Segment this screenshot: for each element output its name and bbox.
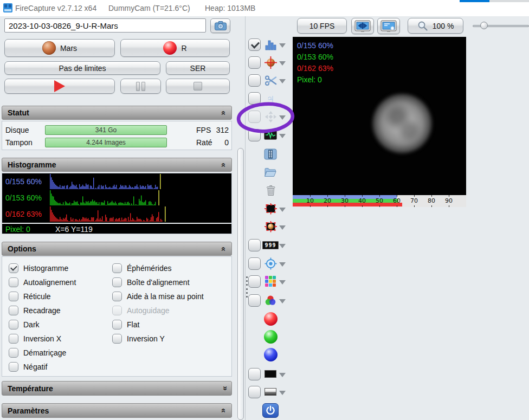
options-panel-header[interactable]: Options « [2,242,232,256]
toolbar-cut[interactable] [247,72,292,89]
limits-button[interactable]: Pas de limites [4,61,160,75]
fit-screen-button[interactable] [351,18,374,34]
option-autoalignement-checkbox[interactable] [9,277,18,287]
toolbar-histogram-dropdown-icon[interactable] [279,43,286,51]
toolbar-power[interactable] [247,402,292,419]
heap-info: Heap: 1013MB [205,4,255,12]
option-inversion-x[interactable]: Inversion X [9,333,76,344]
toolbar-autoalign[interactable] [247,54,292,71]
toolbar-dark[interactable] [247,365,292,383]
toolbar-capture-video[interactable] [247,145,292,163]
toolbar-cut-dropdown-icon[interactable] [279,79,286,87]
toolbar-move-checkbox[interactable] [248,111,261,123]
option-negatif[interactable]: Négatif [9,361,76,372]
toolbar-counter-checkbox[interactable] [248,239,261,251]
toolbar-rgb-dropdown-icon[interactable] [279,299,286,307]
toolbar-signal[interactable] [247,126,292,144]
format-button[interactable]: SER [166,61,230,75]
toolbar-flat-dropdown-icon[interactable] [279,391,286,398]
option-dark-checkbox[interactable] [9,320,18,329]
toolbar-autoalign-checkbox[interactable] [248,56,261,69]
fps-limit-button[interactable]: 10 FPS [297,18,347,34]
toolbar-counter[interactable]: 999 [247,236,292,254]
toolbar-target-checkbox[interactable] [248,257,261,270]
overlay-line: 0/155 60% [297,40,333,51]
option-aide-a-la-mise-au-point[interactable]: Aide à la mise au point [112,291,204,301]
option-flat-checkbox[interactable] [112,320,122,329]
toolbar-dark-checkbox[interactable] [248,368,261,380]
toolbar-jupiter[interactable]: ♃ [247,89,292,107]
record-button[interactable] [4,79,115,94]
option-dematricage[interactable]: Dématriçage [9,347,76,358]
toolbar-blue-channel[interactable] [247,346,292,363]
preview-image[interactable]: 0/155 60%0/153 60%0/162 63%Pixel: 0 [293,37,466,195]
histogram-panel-header[interactable]: Histogramme « [2,158,232,172]
toolbar-move[interactable] [247,108,292,125]
parameters-panel-header[interactable]: Paramètres « [2,403,232,418]
toolbar-flat-checkbox[interactable] [248,386,261,398]
option-flat[interactable]: Flat [112,319,204,329]
toolbar-palette-dropdown-icon[interactable] [279,280,286,288]
toolbar-roi-planet-dropdown-icon[interactable] [279,225,286,233]
toolbar-move-dropdown-icon[interactable] [279,115,286,123]
scale-tick-label: 40 [358,197,366,204]
toolbar-histogram[interactable] [247,36,292,53]
temperature-panel-header[interactable]: Température « [2,381,232,396]
toolbar-dark-dropdown-icon[interactable] [279,373,286,380]
option-recadrage-checkbox[interactable] [9,306,18,315]
palette-icon [265,276,276,287]
option-autoguidage[interactable]: Autoguidage [112,305,204,315]
toolbar-roi[interactable] [247,200,292,217]
option-ephemerides-checkbox[interactable] [112,263,122,273]
display-settings-button[interactable] [377,18,400,34]
status-panel-header[interactable]: Statut « [2,106,232,120]
toolbar-palette-checkbox[interactable] [248,275,261,288]
toolbar-roi-dropdown-icon[interactable] [279,208,286,215]
toolbar-cut-checkbox[interactable] [248,74,261,87]
option-recadrage[interactable]: Recadrage [9,305,76,315]
toolbar-roi-planet[interactable] [247,218,292,235]
toolbar-signal-dropdown-icon[interactable] [279,134,286,141]
option-autoguidage-checkbox[interactable] [112,306,122,315]
option-dark[interactable]: Dark [9,319,76,329]
rgb-icon [264,294,277,307]
toolbar-palette[interactable] [247,273,292,290]
capture-settings-button[interactable] [210,18,230,33]
toolbar-signal-checkbox[interactable] [248,129,261,141]
option-dematricage-checkbox[interactable] [9,348,18,358]
toolbar-delete[interactable] [247,182,292,199]
toolbar-flat[interactable] [247,383,292,400]
left-panel-scrollbar[interactable] [237,148,244,420]
filter-button[interactable]: R [120,39,230,57]
option-boite-d-alignement[interactable]: Boîte d'alignement [112,277,204,287]
toolbar-rgb[interactable] [247,292,292,309]
toolbar-jupiter-checkbox[interactable] [248,92,261,105]
zoom-button[interactable]: 100 % [408,18,463,34]
option-inversion-x-checkbox[interactable] [9,334,18,344]
option-inversion-y-checkbox[interactable] [112,334,122,344]
toolbar-histogram-checkbox[interactable] [248,38,261,51]
toolbar-open-folder[interactable] [247,163,292,180]
option-aide-a-la-mise-au-point-checkbox[interactable] [112,292,122,301]
option-reticule-checkbox[interactable] [9,292,18,301]
option-reticule[interactable]: Réticule [9,291,76,301]
filename-input[interactable] [4,18,206,33]
gamma-slider-knob[interactable] [480,22,488,29]
option-negatif-checkbox[interactable] [9,362,18,372]
option-inversion-y[interactable]: Inversion Y [112,333,204,344]
target-button[interactable]: Mars [4,39,115,57]
option-histogramme-checkbox[interactable] [9,263,18,273]
toolbar-target-dropdown-icon[interactable] [279,262,286,270]
stop-button[interactable] [166,79,230,94]
toolbar-autoalign-dropdown-icon[interactable] [279,61,286,69]
toolbar-counter-dropdown-icon[interactable] [279,244,286,251]
toolbar-red-channel[interactable] [247,310,292,327]
toolbar-target[interactable] [247,255,292,272]
toolbar-green-channel[interactable] [247,328,292,345]
option-autoalignement[interactable]: Autoalignement [9,277,76,287]
toolbar-rgb-checkbox[interactable] [248,294,261,307]
option-boite-d-alignement-checkbox[interactable] [112,277,122,287]
pause-button[interactable] [120,79,161,94]
option-histogramme[interactable]: Histogramme [9,263,76,273]
option-ephemerides[interactable]: Éphémérides [112,263,204,273]
